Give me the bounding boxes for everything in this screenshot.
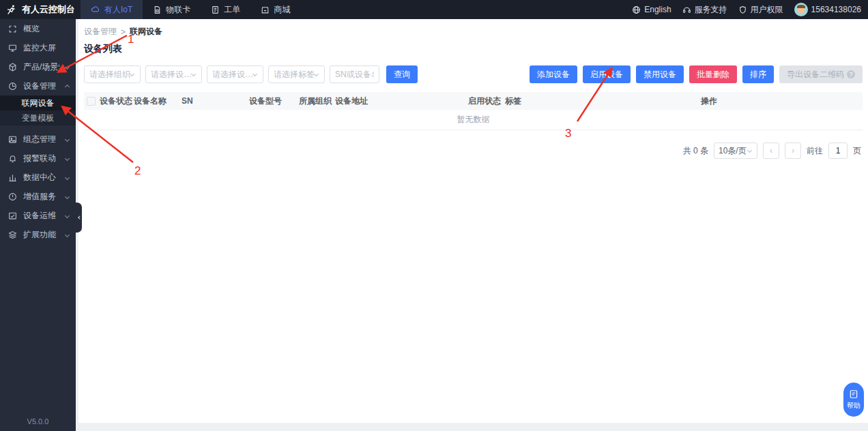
scada-icon: [8, 135, 17, 144]
nav-tab-label: 有人IoT: [104, 4, 132, 16]
sort-button[interactable]: 排序: [742, 65, 774, 83]
sidebar-item-label: 报警联动: [23, 153, 59, 164]
device-ops-icon: [8, 211, 17, 220]
col-sn: SN: [180, 96, 248, 106]
add-device-button[interactable]: 添加设备: [530, 65, 577, 83]
tag-select[interactable]: 请选择标签: [268, 65, 325, 83]
col-operation: 操作: [554, 95, 863, 107]
product-icon: [8, 63, 17, 72]
disable-device-button[interactable]: 禁用设备: [636, 65, 684, 83]
prev-page-button[interactable]: ‹: [763, 143, 779, 159]
extension-icon: [8, 231, 17, 239]
overview-icon: [8, 25, 17, 33]
col-device-status: 设备状态: [98, 95, 132, 107]
device-model-select[interactable]: 请选择设备型号: [207, 65, 263, 83]
language-switch[interactable]: English: [632, 5, 671, 14]
top-navbar: 有人云控制台 有人IoT 物联卡 工单 商城: [0, 0, 868, 19]
navbar-right: English 服务支持 用户权限 15634138026: [632, 3, 868, 16]
sidebar-item-label: 扩展功能: [23, 229, 59, 241]
value-service-icon: [8, 192, 17, 201]
sidebar-item-label: 组态管理: [23, 134, 59, 145]
device-manage-icon: [8, 82, 17, 91]
question-mark-icon: ?: [847, 70, 855, 78]
pagination: 共 0 条 10条/页 ‹ › 前往 页: [84, 143, 863, 159]
col-device-model: 设备型号: [248, 95, 298, 107]
sidebar-item-label: 设备管理: [23, 80, 59, 92]
enable-device-button[interactable]: 启用设备: [583, 65, 631, 83]
nav-tab-work-order[interactable]: 工单: [201, 0, 250, 19]
nav-tab-usr-iot[interactable]: 有人IoT: [81, 0, 143, 19]
page-size-select[interactable]: 10条/页: [714, 143, 757, 159]
chevron-down-icon: [65, 213, 70, 218]
sidebar: 概览 监控大屏 产品/场景管理 设备管理 联网设备 变量模板 组态管理 报警联动…: [0, 19, 76, 431]
toolbar: 请选择组织 请选择设备状态 请选择设备型号 请选择标签 查询 添加设备 启用设备…: [84, 65, 863, 83]
sidebar-item-alarm-linkage[interactable]: 报警联动: [0, 149, 76, 168]
sidebar-collapse-handle[interactable]: [76, 203, 82, 233]
help-button[interactable]: 帮助: [843, 383, 864, 417]
next-page-button[interactable]: ›: [785, 143, 801, 159]
help-label: 帮助: [847, 401, 860, 411]
service-support[interactable]: 服务支持: [682, 4, 727, 16]
chevron-down-icon: [747, 147, 752, 152]
chevron-left-icon: [78, 216, 82, 220]
nav-tab-label: 物联卡: [166, 4, 190, 16]
action-buttons: 添加设备 启用设备 禁用设备 批量删除 排序 导出设备二维码 ?: [530, 65, 863, 83]
chevron-down-icon: [191, 71, 196, 76]
avatar: [794, 3, 808, 16]
usr-runner-logo-icon: [6, 4, 17, 15]
chevron-down-icon: [65, 175, 70, 179]
app-title: 有人云控制台: [22, 3, 75, 16]
nav-tab-label: 工单: [224, 4, 240, 16]
sidebar-subitem-networked-devices[interactable]: 联网设备: [0, 95, 76, 110]
chevron-down-icon: [65, 232, 70, 237]
col-enable-status: 启用状态: [467, 95, 504, 107]
sidebar-item-monitor-screen[interactable]: 监控大屏: [0, 38, 76, 57]
sidebar-item-device-manage[interactable]: 设备管理: [0, 76, 76, 95]
sidebar-subitem-variable-template[interactable]: 变量模板: [0, 110, 76, 125]
device-manage-submenu: 联网设备 变量模板: [0, 95, 76, 125]
breadcrumb-parent[interactable]: 设备管理: [84, 26, 117, 38]
chevron-down-icon: [130, 71, 134, 76]
col-organization: 所属组织: [298, 95, 334, 107]
breadcrumb-current: 联网设备: [130, 26, 162, 38]
chevron-down-icon: [65, 155, 70, 160]
sidebar-item-data-center[interactable]: 数据中心: [0, 168, 76, 187]
device-model-placeholder: 请选择设备型号: [212, 69, 253, 80]
language-label: English: [644, 5, 671, 14]
org-select-placeholder: 请选择组织: [89, 69, 130, 80]
table-header-row: 设备状态 设备名称 SN 设备型号 所属组织 设备地址 启用状态 标签 操作: [84, 92, 863, 110]
page-title: 设备列表: [84, 43, 863, 55]
user-permission[interactable]: 用户权限: [738, 4, 783, 16]
col-tags: 标签: [504, 95, 554, 107]
version-label: V5.0.0: [0, 417, 76, 426]
service-support-label: 服务支持: [695, 4, 727, 16]
page-number-input[interactable]: [828, 143, 848, 159]
search-button[interactable]: 查询: [386, 65, 418, 83]
chevron-down-icon: [252, 71, 257, 76]
tag-select-placeholder: 请选择标签: [274, 69, 315, 80]
sidebar-item-value-service[interactable]: 增值服务: [0, 187, 76, 206]
device-status-placeholder: 请选择设备状态: [151, 69, 192, 80]
user-account[interactable]: 15634138026: [794, 3, 861, 16]
total-count: 共 0 条: [683, 145, 708, 157]
nav-tab-store[interactable]: 商城: [250, 0, 300, 19]
sidebar-item-overview[interactable]: 概览: [0, 19, 76, 38]
sidebar-item-label: 产品/场景管理: [23, 61, 59, 73]
device-status-select[interactable]: 请选择设备状态: [145, 65, 202, 83]
batch-delete-button[interactable]: 批量删除: [689, 65, 737, 83]
select-all-checkbox[interactable]: [87, 97, 96, 106]
sidebar-item-product-scene[interactable]: 产品/场景管理: [0, 57, 76, 76]
sidebar-item-scada-manage[interactable]: 组态管理: [0, 130, 76, 149]
search-input[interactable]: [330, 65, 379, 83]
sidebar-item-label: 监控大屏: [23, 42, 70, 54]
chevron-down-icon: [65, 136, 70, 141]
export-qr-button[interactable]: 导出设备二维码 ?: [779, 65, 863, 83]
sidebar-item-device-ops[interactable]: 设备运维: [0, 206, 76, 225]
user-permission-label: 用户权限: [751, 4, 783, 16]
sidebar-subitem-label: 联网设备: [22, 98, 55, 109]
sidebar-item-extension[interactable]: 扩展功能: [0, 225, 76, 244]
page-unit-label: 页: [853, 145, 861, 157]
org-select[interactable]: 请选择组织: [84, 65, 141, 83]
data-center-icon: [8, 173, 17, 182]
nav-tab-sim-card[interactable]: 物联卡: [143, 0, 201, 19]
